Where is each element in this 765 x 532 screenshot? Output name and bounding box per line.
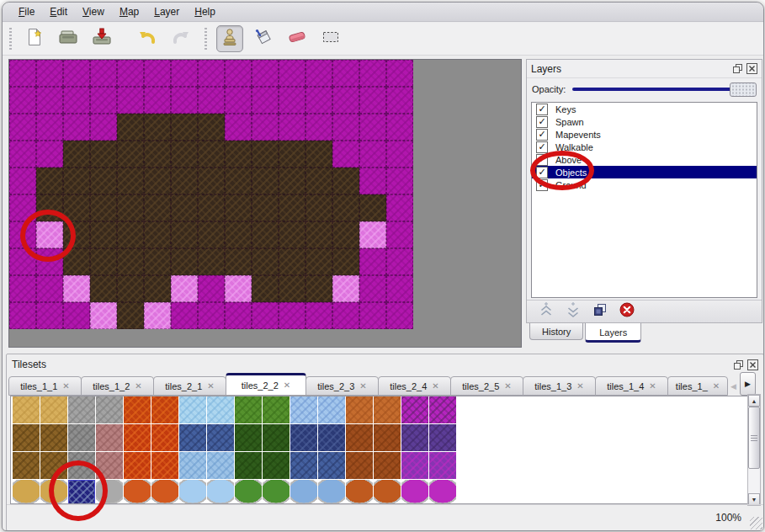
layer-row-objects[interactable]: ✓Objects [532,166,757,178]
tileset-tab-tiles_1_4[interactable]: tiles_1_4✕ [595,376,668,396]
map-tile[interactable] [225,60,252,87]
toolbar-drag-handle[interactable] [8,28,13,50]
tileset-tile[interactable] [96,424,123,451]
tileset-tile[interactable] [318,480,345,504]
map-tile[interactable] [90,194,117,221]
map-tile[interactable] [225,275,252,302]
tileset-tile[interactable] [40,424,67,451]
tileset-tile[interactable] [429,480,456,504]
map-tile[interactable] [198,141,225,168]
map-tile[interactable] [332,114,359,141]
map-tile[interactable] [359,194,386,221]
tileset-tile[interactable] [429,452,456,479]
tileset-tile[interactable] [40,396,67,423]
map-tile[interactable] [198,275,225,302]
map-tile[interactable] [359,221,386,248]
map-tile[interactable] [117,221,144,248]
undo-button[interactable] [134,25,161,52]
map-tile[interactable] [279,194,305,221]
close-tab-icon[interactable]: ✕ [284,380,290,390]
map-canvas[interactable] [8,59,522,348]
map-tile[interactable] [198,221,225,248]
map-tile[interactable] [305,275,332,302]
tileset-tab-tiles_2_5[interactable]: tiles_2_5✕ [450,376,523,396]
duplicate-layer-button[interactable] [589,302,611,321]
map-tile[interactable] [305,114,332,141]
tileset-tile[interactable] [263,424,290,451]
map-tile[interactable] [386,60,413,87]
tileset-tile[interactable] [346,424,373,451]
map-tile[interactable] [90,275,117,302]
tileset-tile[interactable] [124,424,151,451]
map-tile[interactable] [117,248,144,275]
close-tab-icon[interactable]: ✕ [135,381,141,391]
toolbar-drag-handle[interactable] [203,28,209,50]
tileset-tile[interactable] [151,480,178,504]
map-tile[interactable] [279,60,305,87]
tileset-tile[interactable] [290,452,317,479]
map-tile[interactable] [386,141,413,168]
tileset-tile[interactable] [179,452,206,479]
tileset-tile[interactable] [68,452,95,479]
map-tile[interactable] [63,168,90,194]
map-tile[interactable] [144,168,171,194]
map-tile[interactable] [36,87,63,114]
map-tile[interactable] [171,302,198,329]
map-tile[interactable] [198,248,225,275]
tileset-tile[interactable] [68,396,95,423]
tileset-tile[interactable] [429,396,456,423]
map-tile[interactable] [305,248,332,275]
tileset-tile[interactable] [179,396,206,423]
close-tab-icon[interactable]: ✕ [649,381,656,391]
close-panel-icon[interactable] [746,63,757,74]
map-tile[interactable] [305,168,332,194]
map-tile[interactable] [117,302,144,329]
tileset-view[interactable] [10,396,749,504]
map-tile[interactable] [171,194,198,221]
layer-row-keys[interactable]: ✓Keys [532,103,757,115]
tileset-tab-tiles_1_1[interactable]: tiles_1_1✕ [8,376,82,396]
tileset-tile[interactable] [207,424,234,451]
map-tile[interactable] [225,248,252,275]
map-tile[interactable] [63,87,90,114]
close-panel-icon[interactable] [747,359,758,370]
map-tile[interactable] [198,194,225,221]
scroll-up-icon[interactable]: ▲ [748,395,760,407]
map-tile[interactable] [225,194,252,221]
tileset-tile-selected[interactable] [68,480,95,504]
map-tile[interactable] [90,141,117,168]
tileset-tile[interactable] [68,424,95,451]
tileset-tile[interactable] [374,424,401,451]
map-tile[interactable] [279,168,305,194]
save-map-button[interactable] [88,25,115,52]
map-tile[interactable] [171,60,198,87]
tileset-tile[interactable] [235,396,262,423]
layer-row-mapevents[interactable]: ✓Mapevents [532,128,757,141]
menu-map[interactable]: Map [112,4,146,19]
map-tile[interactable] [171,248,198,275]
map-tile[interactable] [63,275,90,302]
map-tile[interactable] [9,60,36,87]
tileset-tile[interactable] [96,396,123,423]
tileset-tile[interactable] [374,480,401,504]
select-tool-button[interactable] [317,25,344,52]
map-tile[interactable] [9,248,36,275]
lower-layer-button[interactable] [562,302,584,321]
tileset-tile[interactable] [40,480,67,504]
map-tile[interactable] [117,168,144,194]
map-tile[interactable] [144,60,171,87]
map-tile[interactable] [9,168,36,194]
resize-grip[interactable] [750,517,762,529]
map-tile[interactable] [252,275,279,302]
map-tile[interactable] [252,87,279,114]
map-tile[interactable] [252,60,279,87]
tileset-tile[interactable] [40,452,67,479]
map-tile[interactable] [386,221,413,248]
dock-tab-layers[interactable]: Layers [585,323,641,343]
map-tile[interactable] [332,60,359,87]
map-tile[interactable] [63,221,90,248]
map-tile[interactable] [305,302,332,329]
delete-layer-button[interactable] [616,302,638,321]
tileset-tile[interactable] [346,452,373,479]
map-tile[interactable] [90,60,117,87]
